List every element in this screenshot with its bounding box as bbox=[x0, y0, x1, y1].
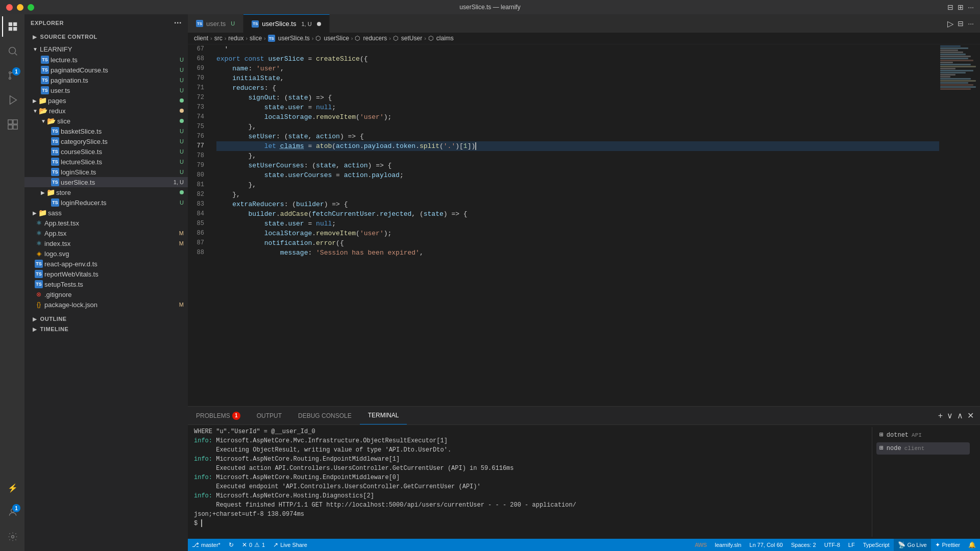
ts-file-icon: TS bbox=[51, 127, 59, 135]
tab-userslice-ts[interactable]: TS userSlice.ts 1, U bbox=[243, 14, 329, 33]
close-button[interactable] bbox=[6, 4, 13, 11]
list-item[interactable]: TS loginSlice.ts U bbox=[24, 167, 188, 177]
tab-terminal[interactable]: TERMINAL bbox=[360, 407, 407, 424]
timeline-section-toggle[interactable]: ▶ TIMELINE bbox=[24, 324, 188, 334]
tab-problems[interactable]: PROBLEMS 1 bbox=[188, 407, 249, 424]
remote-activity-icon[interactable]: ⚡ bbox=[2, 478, 22, 498]
minimize-button[interactable] bbox=[17, 4, 23, 11]
list-item[interactable]: TS categorySlice.ts U bbox=[24, 136, 188, 146]
list-item[interactable]: TS paginatedCourse.ts U bbox=[24, 65, 188, 75]
tab-debug-console[interactable]: DEBUG CONSOLE bbox=[290, 407, 360, 424]
breadcrumb-item[interactable]: userSlice bbox=[324, 35, 349, 42]
maximize-button[interactable] bbox=[28, 4, 34, 11]
list-item[interactable]: {} package-lock.json M bbox=[24, 299, 188, 310]
breadcrumb-item[interactable]: reducers bbox=[363, 35, 387, 42]
breadcrumb-item[interactable]: setUser bbox=[401, 35, 422, 42]
status-prettier[interactable]: ✦ Prettier bbox=[931, 539, 964, 551]
folder-chevron: ▶ bbox=[33, 210, 37, 216]
split-editor-icon[interactable]: ⊟ bbox=[958, 19, 964, 28]
terminal-session-dotnet[interactable]: ⊞ dotnet API bbox=[876, 429, 970, 441]
terminal-session-node[interactable]: ⊞ node client bbox=[876, 442, 970, 455]
list-item[interactable]: ⊗ .gitignore bbox=[24, 289, 188, 299]
status-errors[interactable]: ✕ 0 ⚠ 1 bbox=[238, 539, 269, 551]
tab-output[interactable]: OUTPUT bbox=[249, 407, 290, 424]
run-icon[interactable]: ▷ bbox=[947, 19, 953, 29]
breadcrumb-symbol-icon: ⬡ bbox=[315, 35, 321, 42]
list-item[interactable]: TS lectureSlice.ts U bbox=[24, 157, 188, 167]
breadcrumb-item[interactable]: claims bbox=[436, 35, 454, 42]
status-go-live[interactable]: 📡 Go Live bbox=[894, 539, 931, 551]
breadcrumb-item[interactable]: client bbox=[194, 35, 208, 42]
breadcrumb-item[interactable]: slice bbox=[250, 35, 262, 42]
sidebar-title: EXPLORER bbox=[31, 20, 64, 26]
list-item[interactable]: TS basketSlice.ts U bbox=[24, 126, 188, 136]
list-item[interactable]: TS react-app-env.d.ts bbox=[24, 259, 188, 269]
explorer-activity-icon[interactable] bbox=[2, 16, 22, 37]
breadcrumb-item[interactable]: userSlice.ts bbox=[278, 35, 310, 42]
maximize-terminal-icon[interactable]: ∧ bbox=[957, 411, 963, 420]
code-editor[interactable]: 67 68 69 70 71 72 73 74 75 76 77 78 79 8… bbox=[188, 44, 980, 406]
list-item[interactable]: ◈ logo.svg bbox=[24, 248, 188, 259]
status-sync[interactable]: ↻ bbox=[225, 539, 238, 551]
extensions-activity-icon[interactable] bbox=[2, 114, 22, 135]
list-item[interactable]: TS setupTests.ts bbox=[24, 279, 188, 289]
code-content[interactable]: ' export const userSlice = createSlice({… bbox=[214, 44, 939, 406]
list-item[interactable]: ⚛ App.tsx M bbox=[24, 228, 188, 238]
list-item[interactable]: TS pagination.ts U bbox=[24, 75, 188, 85]
file-name: courseSlice.ts bbox=[61, 148, 176, 156]
close-terminal-icon[interactable]: ✕ bbox=[967, 411, 974, 420]
status-aws[interactable]: AWS bbox=[691, 539, 711, 551]
run-debug-activity-icon[interactable] bbox=[2, 90, 22, 110]
status-live-share[interactable]: ↗ Live Share bbox=[269, 539, 311, 551]
status-project[interactable]: learnify.sln bbox=[711, 539, 746, 551]
more-actions-icon[interactable]: ··· bbox=[968, 19, 974, 28]
terminal-line: info: Microsoft.AspNetCore.Mvc.Infrastru… bbox=[194, 436, 872, 445]
account-activity-icon[interactable] bbox=[2, 502, 22, 522]
add-terminal-icon[interactable]: + bbox=[938, 411, 943, 420]
breadcrumb-item[interactable]: src bbox=[214, 35, 223, 42]
source-control-toggle[interactable]: ▶ SOURCE CONTROL bbox=[24, 32, 188, 42]
status-language[interactable]: TypeScript bbox=[859, 539, 894, 551]
svg-rect-6 bbox=[8, 120, 12, 124]
list-item[interactable]: ▶ 📁 pages bbox=[24, 95, 188, 106]
list-item[interactable]: ▶ 📁 store bbox=[24, 187, 188, 197]
project-header[interactable]: ▼ LEARNIFY bbox=[24, 44, 188, 55]
list-item[interactable]: TS courseSlice.ts U bbox=[24, 146, 188, 157]
breadcrumb-item[interactable]: redux bbox=[228, 35, 243, 42]
status-spaces[interactable]: Spaces: 2 bbox=[787, 539, 820, 551]
terminal-main[interactable]: WHERE "u"."UserId" = @__user_Id_0 info: … bbox=[194, 427, 872, 537]
project-name: learnify.sln bbox=[715, 542, 742, 548]
status-bell[interactable]: 🔔 bbox=[964, 539, 980, 551]
more-icon[interactable]: ··· bbox=[968, 3, 974, 11]
list-item[interactable]: ⚛ index.tsx M bbox=[24, 238, 188, 248]
terminal-panel: PROBLEMS 1 OUTPUT DEBUG CONSOLE TERMINAL… bbox=[188, 406, 980, 539]
layout-icon[interactable]: ⊟ bbox=[947, 3, 953, 11]
split-icon[interactable]: ⊞ bbox=[958, 3, 964, 11]
settings-activity-icon[interactable] bbox=[2, 527, 22, 547]
list-item[interactable]: TS user.ts U bbox=[24, 85, 188, 95]
line-num: 71 bbox=[188, 83, 208, 93]
outline-section-toggle[interactable]: ▶ OUTLINE bbox=[24, 314, 188, 324]
status-encoding[interactable]: UTF-8 bbox=[820, 539, 844, 551]
source-control-activity-icon[interactable] bbox=[2, 65, 22, 86]
search-activity-icon[interactable] bbox=[2, 41, 22, 61]
list-item[interactable]: ⚛ App.test.tsx bbox=[24, 218, 188, 228]
list-item[interactable]: ▶ 📁 sass bbox=[24, 208, 188, 218]
list-item[interactable]: TS lecture.ts U bbox=[24, 55, 188, 65]
list-item[interactable]: ▼ 📂 slice bbox=[24, 116, 188, 126]
split-terminal-icon[interactable]: ∨ bbox=[947, 411, 953, 420]
tab-user-ts[interactable]: TS user.ts U bbox=[188, 14, 243, 33]
list-item[interactable]: TS reportWebVitals.ts bbox=[24, 269, 188, 279]
sidebar-header-actions[interactable]: ··· bbox=[174, 18, 182, 28]
list-item[interactable]: TS userSlice.ts 1, U bbox=[24, 177, 188, 187]
status-branch[interactable]: ⎇ master* bbox=[188, 539, 225, 551]
status-position[interactable]: Ln 77, Col 60 bbox=[745, 539, 787, 551]
line-num: 82 bbox=[188, 190, 208, 199]
status-line-ending[interactable]: LF bbox=[844, 539, 859, 551]
spaces-label: Spaces: 2 bbox=[791, 542, 816, 548]
problems-badge: 1 bbox=[232, 412, 240, 420]
list-item[interactable]: ▼ 📂 redux bbox=[24, 106, 188, 116]
svg-rect-8 bbox=[8, 125, 12, 129]
error-icon: ✕ bbox=[242, 541, 247, 548]
list-item[interactable]: TS loginReducer.ts U bbox=[24, 197, 188, 208]
